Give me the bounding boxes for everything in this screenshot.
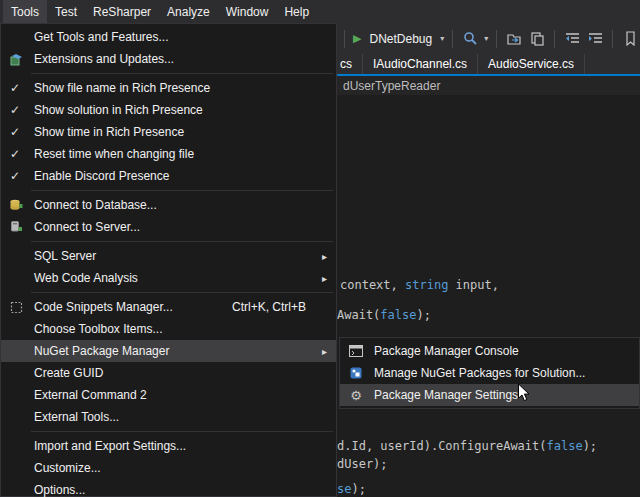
menu-item-show-solution-rich-presence[interactable]: ✓ Show solution in Rich Presence bbox=[1, 99, 336, 121]
toolbar-separator bbox=[612, 30, 613, 48]
tools-menu: Get Tools and Features... Extensions and… bbox=[0, 23, 337, 497]
menu-item-reset-time-changing-file[interactable]: ✓ Reset time when changing file bbox=[1, 143, 336, 165]
documents-icon[interactable] bbox=[528, 30, 546, 48]
menu-item-label: Customize... bbox=[34, 461, 101, 475]
menu-item-nuget-package-manager[interactable]: NuGet Package Manager ▸ bbox=[1, 340, 336, 362]
menu-item-label: External Command 2 bbox=[34, 388, 147, 402]
menu-item-label: External Tools... bbox=[34, 410, 119, 424]
checkmark-icon: ✓ bbox=[10, 103, 20, 117]
menu-item-import-export-settings[interactable]: Import and Export Settings... bbox=[1, 435, 336, 457]
menu-item-label: Reset time when changing file bbox=[34, 147, 194, 161]
mouse-cursor bbox=[517, 383, 531, 407]
menubar-item-test[interactable]: Test bbox=[47, 0, 85, 23]
menu-item-label: Create GUID bbox=[34, 366, 103, 380]
tab-audioservice[interactable]: AudioService.cs bbox=[478, 54, 585, 74]
indent-increase-icon[interactable] bbox=[586, 30, 604, 48]
vs-window: Tools Test ReSharper Analyze Window Help… bbox=[0, 0, 640, 497]
menubar-item-tools[interactable]: Tools bbox=[3, 0, 47, 23]
submenu-item-label: Manage NuGet Packages for Solution... bbox=[374, 366, 585, 380]
menubar-item-analyze[interactable]: Analyze bbox=[159, 0, 218, 23]
nuget-packages-icon bbox=[348, 365, 364, 381]
submenu-arrow-icon: ▸ bbox=[322, 273, 327, 284]
menu-item-show-time-rich-presence[interactable]: ✓ Show time in Rich Presence bbox=[1, 121, 336, 143]
checkmark-icon: ✓ bbox=[10, 169, 20, 183]
menu-item-connect-to-server[interactable]: Connect to Server... bbox=[1, 216, 336, 238]
menu-item-choose-toolbox-items[interactable]: Choose Toolbox Items... bbox=[1, 318, 336, 340]
menu-item-shortcut: Ctrl+K, Ctrl+B bbox=[232, 300, 328, 314]
menu-item-connect-to-database[interactable]: Connect to Database... bbox=[1, 194, 336, 216]
menu-item-label: Enable Discord Presence bbox=[34, 169, 169, 183]
menu-item-label: Extensions and Updates... bbox=[34, 52, 174, 66]
tab-clipped-document[interactable]: cs bbox=[337, 54, 363, 74]
toolbar-separator bbox=[496, 30, 497, 48]
menu-item-label: Get Tools and Features... bbox=[34, 30, 169, 44]
menubar-item-help[interactable]: Help bbox=[276, 0, 317, 23]
debug-target-label[interactable]: DNetDebug bbox=[369, 32, 432, 46]
nuget-submenu: Package Manager Console Manage NuGet Pac… bbox=[339, 337, 640, 409]
menu-item-label: Code Snippets Manager... bbox=[34, 300, 173, 314]
code-line: d.Id, userId).ConfigureAwait(false); bbox=[337, 439, 597, 453]
menu-item-options[interactable]: Options... bbox=[1, 479, 336, 497]
submenu-arrow-icon: ▸ bbox=[322, 346, 327, 357]
checkmark-icon: ✓ bbox=[10, 147, 20, 161]
code-line: Await(false); bbox=[337, 308, 431, 322]
menu-item-label: Options... bbox=[34, 483, 85, 497]
menu-item-enable-discord-presence[interactable]: ✓ Enable Discord Presence bbox=[1, 165, 336, 187]
menu-item-external-tools[interactable]: External Tools... bbox=[1, 406, 336, 428]
submenu-item-manage-nuget-packages-solution[interactable]: Manage NuGet Packages for Solution... bbox=[340, 362, 639, 384]
indent-decrease-icon[interactable] bbox=[563, 30, 581, 48]
database-icon bbox=[8, 197, 24, 213]
navigation-bar[interactable]: dUserTypeReader bbox=[337, 76, 640, 95]
extensions-icon bbox=[8, 51, 24, 67]
submenu-item-label: Package Manager Console bbox=[374, 344, 519, 358]
snippets-icon bbox=[8, 299, 24, 315]
menubar-item-resharper[interactable]: ReSharper bbox=[85, 0, 159, 23]
gear-icon: ⚙ bbox=[348, 387, 364, 403]
bookmark-icon[interactable] bbox=[621, 30, 639, 48]
menu-item-label: Import and Export Settings... bbox=[34, 439, 186, 453]
menu-separator bbox=[31, 190, 333, 191]
toolbar-separator bbox=[344, 30, 345, 48]
menu-separator bbox=[31, 292, 333, 293]
menu-item-label: Show file name in Rich Presence bbox=[34, 81, 210, 95]
toolbar-separator bbox=[554, 30, 555, 48]
checkmark-icon: ✓ bbox=[10, 125, 20, 139]
submenu-item-package-manager-settings[interactable]: ⚙ Package Manager Settings bbox=[340, 384, 639, 406]
menu-item-sql-server[interactable]: SQL Server ▸ bbox=[1, 245, 336, 267]
attach-caret-icon[interactable]: ▾ bbox=[484, 34, 488, 43]
submenu-arrow-icon: ▸ bbox=[322, 251, 327, 262]
submenu-item-package-manager-console[interactable]: Package Manager Console bbox=[340, 340, 639, 362]
checkmark-icon: ✓ bbox=[10, 81, 20, 95]
menu-item-label: NuGet Package Manager bbox=[34, 344, 169, 358]
navbar-type-name: dUserTypeReader bbox=[343, 79, 440, 93]
menu-item-show-file-name-rich-presence[interactable]: ✓ Show file name in Rich Presence bbox=[1, 77, 336, 99]
menu-item-label: Choose Toolbox Items... bbox=[34, 322, 163, 336]
menu-item-label: Show time in Rich Presence bbox=[34, 125, 184, 139]
menu-item-label: SQL Server bbox=[34, 249, 96, 263]
menu-separator bbox=[31, 241, 333, 242]
start-debugging-icon[interactable]: ▶ bbox=[353, 32, 361, 45]
menu-item-create-guid[interactable]: Create GUID bbox=[1, 362, 336, 384]
menu-item-external-command-2[interactable]: External Command 2 bbox=[1, 384, 336, 406]
menu-separator bbox=[31, 431, 333, 432]
tab-iaudiochannel[interactable]: IAudioChannel.cs bbox=[363, 54, 478, 74]
menu-item-get-tools-and-features[interactable]: Get Tools and Features... bbox=[1, 26, 336, 48]
console-icon bbox=[348, 343, 364, 359]
menu-item-label: Connect to Database... bbox=[34, 198, 157, 212]
folder-arrow-icon[interactable] bbox=[505, 30, 523, 48]
menu-item-customize[interactable]: Customize... bbox=[1, 457, 336, 479]
toolbar-separator bbox=[452, 30, 453, 48]
menu-item-web-code-analysis[interactable]: Web Code Analysis ▸ bbox=[1, 267, 336, 289]
menubar-item-window[interactable]: Window bbox=[218, 0, 277, 23]
server-icon bbox=[8, 219, 24, 235]
menu-item-code-snippets-manager[interactable]: Code Snippets Manager... Ctrl+K, Ctrl+B bbox=[1, 296, 336, 318]
submenu-item-label: Package Manager Settings bbox=[374, 388, 518, 402]
code-line: se); bbox=[337, 482, 366, 496]
attach-to-process-icon[interactable] bbox=[461, 30, 479, 48]
debug-target-caret-icon[interactable]: ▾ bbox=[440, 34, 444, 43]
menu-item-extensions-and-updates[interactable]: Extensions and Updates... bbox=[1, 48, 336, 70]
menu-bar: Tools Test ReSharper Analyze Window Help bbox=[0, 0, 640, 23]
code-line: context, string input, bbox=[340, 278, 499, 292]
menu-item-label: Show solution in Rich Presence bbox=[34, 103, 203, 117]
menu-item-label: Connect to Server... bbox=[34, 220, 140, 234]
